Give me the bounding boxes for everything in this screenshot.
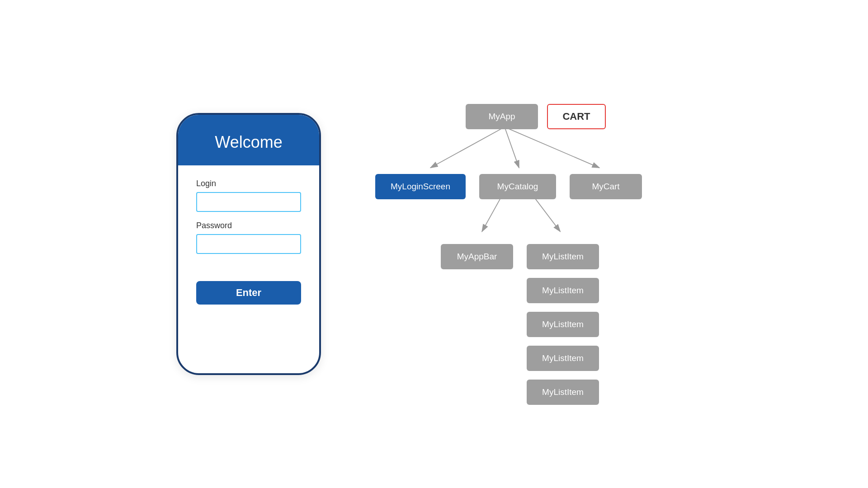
node-mycatalog: MyCatalog (479, 174, 556, 199)
phone-header: Welcome (178, 115, 319, 165)
diagram-container: MyApp CART MyLoginScreen MyCatalog MyCar… (375, 104, 692, 384)
password-input[interactable] (196, 234, 301, 254)
phone-body: Login Password Enter (178, 165, 319, 373)
node-myapp: MyApp (466, 104, 538, 129)
node-myloginscreen: MyLoginScreen (375, 174, 466, 199)
svg-line-0 (430, 127, 505, 168)
node-myappbar: MyAppBar (441, 244, 513, 269)
welcome-title: Welcome (215, 133, 282, 151)
svg-line-1 (505, 127, 519, 168)
node-mylistitem-3: MyListItem (527, 312, 599, 337)
login-input[interactable] (196, 192, 301, 212)
password-label: Password (196, 221, 301, 230)
node-cart: CART (547, 104, 606, 129)
main-container: Welcome Login Password Enter (0, 0, 868, 488)
node-mycart: MyCart (570, 174, 642, 199)
node-mylistitem-4: MyListItem (527, 346, 599, 371)
node-mylistitem-1: MyListItem (527, 244, 599, 269)
login-label: Login (196, 179, 301, 188)
enter-button[interactable]: Enter (196, 281, 301, 305)
node-mylistitem-5: MyListItem (527, 380, 599, 405)
svg-line-2 (505, 127, 599, 168)
node-mylistitem-2: MyListItem (527, 278, 599, 303)
phone-mockup: Welcome Login Password Enter (176, 113, 321, 375)
